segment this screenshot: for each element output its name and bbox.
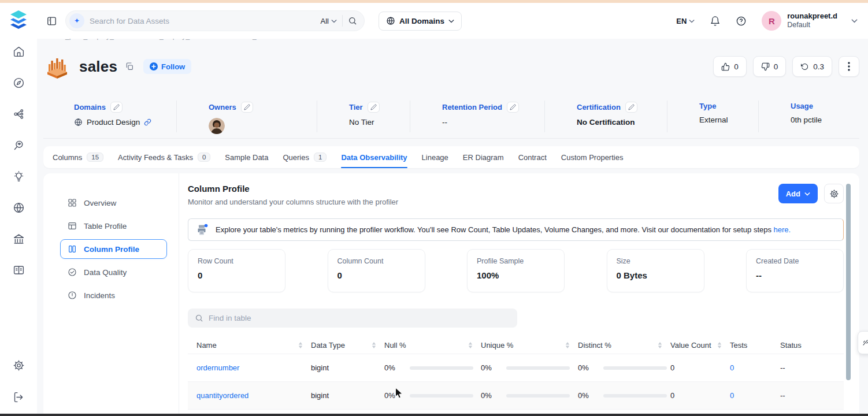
table-row[interactable]: quantityordered bigint 0% 0% 0% 0 0 -- bbox=[188, 382, 844, 410]
edit-tier-button[interactable] bbox=[368, 102, 380, 113]
pencil-icon bbox=[510, 104, 516, 110]
profiler-settings-button[interactable] bbox=[824, 184, 844, 203]
certification-label: Certification bbox=[577, 103, 621, 112]
language-dropdown[interactable]: EN bbox=[676, 17, 695, 25]
search-scope-value: All bbox=[321, 17, 329, 25]
logout-icon[interactable] bbox=[13, 391, 25, 403]
add-button[interactable]: Add bbox=[778, 184, 818, 203]
vertical-scrollbar[interactable] bbox=[846, 184, 851, 380]
search-input[interactable] bbox=[90, 17, 316, 25]
header-status: Status bbox=[780, 341, 844, 350]
observability-search-icon[interactable] bbox=[13, 139, 25, 151]
domains-value[interactable]: Product Design bbox=[87, 118, 140, 127]
tab-sample-data[interactable]: Sample Data bbox=[225, 146, 268, 168]
tab-columns[interactable]: Columns15 bbox=[53, 146, 103, 168]
rail-bottom bbox=[13, 359, 25, 403]
header-distinct-pct[interactable]: Distinct % bbox=[578, 341, 670, 350]
link-icon[interactable] bbox=[144, 118, 151, 126]
sort-icon[interactable] bbox=[468, 342, 473, 348]
lineage-graph-icon[interactable] bbox=[13, 108, 25, 120]
data-type-cell: bigint bbox=[311, 391, 384, 400]
sort-icon[interactable] bbox=[372, 342, 376, 348]
pencil-icon bbox=[113, 104, 120, 110]
sort-icon[interactable] bbox=[717, 342, 722, 348]
thumbs-down-icon bbox=[761, 62, 770, 71]
sort-icon[interactable] bbox=[298, 342, 303, 348]
tab-queries[interactable]: Queries1 bbox=[283, 146, 327, 168]
edit-domains-button[interactable] bbox=[110, 102, 123, 113]
header-unique-pct[interactable]: Unique % bbox=[481, 341, 578, 350]
tab-data-observability[interactable]: Data Observability bbox=[341, 146, 407, 168]
edit-retention-button[interactable] bbox=[507, 102, 519, 113]
governance-bank-icon[interactable] bbox=[13, 233, 25, 245]
stat-card-profile-sample: Profile Sample 100% bbox=[467, 249, 565, 292]
nav-item-overview[interactable]: Overview bbox=[60, 193, 167, 213]
kebab-menu-icon bbox=[848, 62, 850, 71]
metadata-domains: Domains Product Design bbox=[43, 97, 177, 138]
sort-icon[interactable] bbox=[565, 342, 570, 348]
follow-button[interactable]: Follow bbox=[143, 59, 191, 74]
column-name-link[interactable]: ordernumber bbox=[196, 363, 239, 372]
divider bbox=[342, 15, 343, 27]
section-title: Column Profile bbox=[188, 184, 398, 194]
header-value-count[interactable]: Value Count bbox=[670, 341, 730, 350]
progress-bar bbox=[506, 366, 570, 370]
tab-custom-properties[interactable]: Custom Properties bbox=[561, 146, 624, 168]
section-subtitle: Monitor and understand your columns stru… bbox=[188, 198, 398, 206]
tab-contract[interactable]: Contract bbox=[518, 146, 547, 168]
search-icon bbox=[195, 314, 203, 322]
table-row[interactable]: ordernumber bigint 0% 0% 0% 0 0 -- bbox=[188, 354, 844, 382]
find-in-table-search[interactable] bbox=[188, 309, 517, 328]
tests-link[interactable]: 0 bbox=[730, 363, 734, 372]
explore-compass-icon[interactable] bbox=[13, 77, 25, 89]
tab-activity-feeds[interactable]: Activity Feeds & Tasks0 bbox=[118, 146, 210, 168]
nav-item-table-profile[interactable]: Table Profile bbox=[60, 216, 167, 236]
tab-lineage[interactable]: Lineage bbox=[422, 146, 448, 168]
nav-item-column-profile[interactable]: Column Profile bbox=[60, 239, 167, 259]
version-value: 0.3 bbox=[813, 62, 824, 71]
help-icon[interactable] bbox=[736, 16, 747, 27]
header-tests: Tests bbox=[730, 341, 780, 350]
bell-icon[interactable] bbox=[710, 16, 721, 27]
search-icon[interactable] bbox=[348, 16, 357, 25]
edit-certification-button[interactable] bbox=[625, 102, 637, 113]
documentation-link[interactable]: here. bbox=[774, 225, 791, 234]
edit-owners-button[interactable] bbox=[241, 102, 253, 113]
header-null-pct[interactable]: Null % bbox=[384, 341, 481, 350]
global-search-bar[interactable]: ✦ All bbox=[65, 10, 365, 31]
owner-avatar[interactable] bbox=[209, 118, 225, 134]
settings-gear-icon[interactable] bbox=[13, 359, 25, 372]
user-menu[interactable]: R rounakpreet.d Default bbox=[762, 11, 858, 31]
upvote-button[interactable]: 0 bbox=[713, 56, 747, 77]
find-in-table-input[interactable] bbox=[209, 314, 510, 322]
header-data-type[interactable]: Data Type bbox=[311, 341, 384, 350]
column-name-link[interactable]: quantityordered bbox=[196, 391, 248, 400]
tab-er-diagram[interactable]: ER Diagram bbox=[463, 146, 504, 168]
domains-globe-icon[interactable] bbox=[13, 202, 25, 214]
glossary-book-icon[interactable] bbox=[13, 264, 25, 276]
metadata-owners: Owners bbox=[177, 97, 317, 138]
search-scope-dropdown[interactable]: All bbox=[321, 17, 337, 25]
nav-item-data-quality[interactable]: Data Quality bbox=[60, 262, 167, 282]
ai-sparkle-icon[interactable]: ✦ bbox=[69, 13, 84, 28]
header-name[interactable]: Name bbox=[188, 341, 311, 350]
copy-icon[interactable] bbox=[125, 62, 134, 71]
section-actions: Add bbox=[778, 184, 844, 203]
edge-floating-button[interactable] bbox=[858, 331, 868, 354]
pencil-icon bbox=[244, 104, 250, 110]
insights-bulb-icon[interactable] bbox=[13, 170, 25, 183]
sidebar-toggle-icon[interactable] bbox=[46, 16, 57, 27]
home-icon[interactable] bbox=[13, 46, 25, 58]
downvote-button[interactable]: 0 bbox=[753, 56, 787, 77]
more-menu-button[interactable] bbox=[839, 56, 859, 77]
stat-card-row-count: Row Count 0 bbox=[188, 249, 285, 292]
all-domains-button[interactable]: All Domains bbox=[379, 12, 462, 31]
chevron-down-icon bbox=[331, 19, 337, 23]
sort-icon[interactable] bbox=[658, 342, 662, 348]
tests-link[interactable]: 0 bbox=[730, 391, 734, 400]
app-logo-icon[interactable] bbox=[9, 10, 28, 31]
nav-item-incidents[interactable]: Incidents bbox=[60, 285, 167, 305]
table-layout-icon bbox=[68, 221, 77, 231]
version-button[interactable]: 0.3 bbox=[792, 56, 832, 77]
plus-circle-icon bbox=[150, 62, 158, 70]
